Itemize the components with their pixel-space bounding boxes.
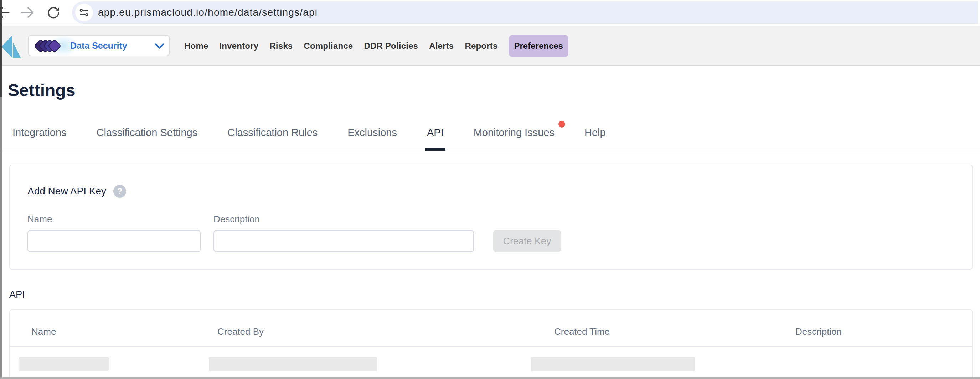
tab-integrations[interactable]: Integrations <box>13 125 67 151</box>
column-header-description: Description <box>795 326 842 337</box>
tab-label: Help <box>584 127 606 138</box>
window-edge-bottom <box>0 97 3 379</box>
url-text: app.eu.prismacloud.io/home/data/settings… <box>98 2 318 24</box>
name-input[interactable] <box>27 230 200 252</box>
tab-monitoring-issues[interactable]: Monitoring Issues <box>474 125 555 151</box>
create-key-button[interactable]: Create Key <box>493 230 561 252</box>
loading-placeholder <box>209 357 377 371</box>
tab-label: Classification Rules <box>228 127 318 138</box>
nav-item-reports[interactable]: Reports <box>465 41 498 51</box>
table-section-title: API <box>9 289 25 300</box>
window-bottom-edge <box>0 377 980 379</box>
tab-api[interactable]: API <box>427 125 444 151</box>
active-tab-underline <box>425 148 445 151</box>
name-field-label: Name <box>27 214 52 225</box>
api-keys-table-card: Name Created By Created Time Description <box>9 309 973 379</box>
reload-icon[interactable] <box>46 5 61 20</box>
form-section-title: Add New API Key <box>27 186 106 197</box>
add-api-key-card: Add New API Key ? Name Description Creat… <box>9 165 973 270</box>
tab-help[interactable]: Help <box>584 125 606 151</box>
column-header-created-time: Created Time <box>554 326 610 337</box>
browser-toolbar: app.eu.prismacloud.io/home/data/settings… <box>0 0 980 25</box>
tune-icon <box>78 7 90 18</box>
column-header-name: Name <box>31 326 56 337</box>
nav-menu: Home Inventory Risks Compliance DDR Poli… <box>184 26 568 65</box>
product-switcher-dropdown[interactable]: Data Security <box>28 35 170 56</box>
tab-classification-settings[interactable]: Classification Settings <box>97 125 198 151</box>
nav-item-home[interactable]: Home <box>184 41 208 51</box>
page-title: Settings <box>8 81 75 100</box>
loading-placeholder <box>531 357 695 371</box>
tab-classification-rules[interactable]: Classification Rules <box>228 125 318 151</box>
nav-item-compliance[interactable]: Compliance <box>304 41 353 51</box>
nav-item-ddr-policies[interactable]: DDR Policies <box>364 41 418 51</box>
prisma-cloud-logo <box>0 35 22 59</box>
nav-item-risks[interactable]: Risks <box>269 41 293 51</box>
tabs-divider <box>3 151 980 151</box>
window-edge-top <box>0 0 3 97</box>
tab-label: Monitoring Issues <box>474 127 555 138</box>
nav-item-alerts[interactable]: Alerts <box>429 41 453 51</box>
loading-placeholder <box>19 357 109 371</box>
chevron-down-icon <box>155 43 164 49</box>
tab-label: Classification Settings <box>97 127 198 138</box>
nav-item-inventory[interactable]: Inventory <box>219 41 258 51</box>
site-settings-button[interactable] <box>75 3 93 21</box>
description-field-label: Description <box>213 214 260 225</box>
settings-tabs: Integrations Classification Settings Cla… <box>13 125 606 151</box>
alert-dot <box>558 121 565 127</box>
tab-label: Integrations <box>13 127 67 138</box>
tab-label: API <box>427 127 444 138</box>
address-bar[interactable]: app.eu.prismacloud.io/home/data/settings… <box>72 2 978 24</box>
column-header-created-by: Created By <box>217 326 264 337</box>
forward-icon[interactable] <box>20 5 35 20</box>
table-header-divider <box>10 346 972 347</box>
app-navbar: Data Security Home Inventory Risks Compl… <box>0 26 980 65</box>
tab-exclusions[interactable]: Exclusions <box>347 125 397 151</box>
nav-item-preferences[interactable]: Preferences <box>509 35 568 57</box>
product-switcher-label: Data Security <box>70 36 127 56</box>
description-input[interactable] <box>213 230 474 252</box>
tab-label: Exclusions <box>347 127 397 138</box>
help-icon[interactable]: ? <box>113 185 126 198</box>
